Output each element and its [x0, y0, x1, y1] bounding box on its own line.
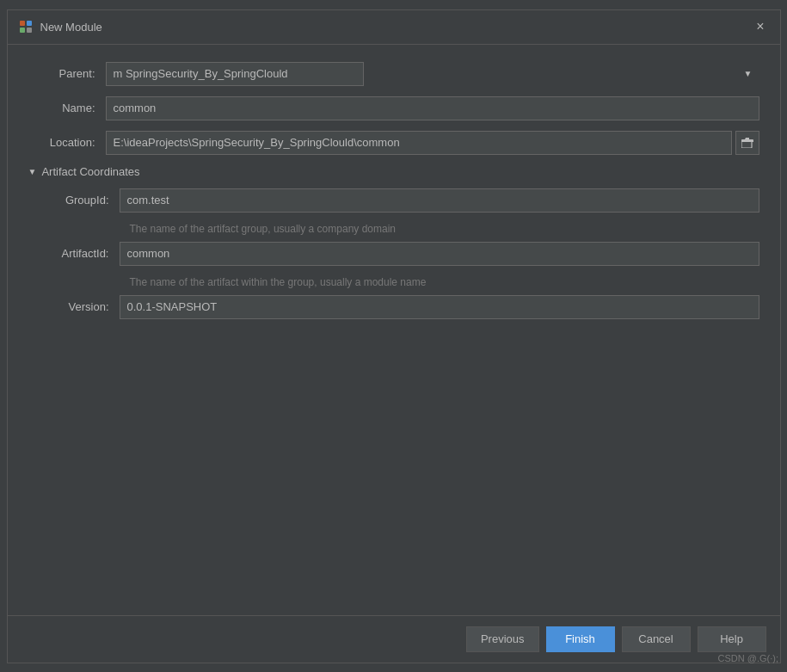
finish-button[interactable]: Finish [546, 626, 615, 652]
dialog-footer: Previous Finish Cancel Help [8, 615, 780, 663]
groupid-input[interactable] [120, 188, 759, 213]
name-control [106, 96, 759, 120]
location-label: Location: [28, 136, 106, 149]
location-row-inner [106, 131, 759, 155]
cancel-button[interactable]: Cancel [622, 626, 691, 652]
version-row: Version: [42, 295, 759, 319]
groupid-control [120, 188, 759, 213]
dialog-content: Parent: m SpringSecurity_By_SpringClould… [8, 45, 780, 615]
close-button[interactable]: × [751, 18, 769, 35]
name-row: Name: [28, 96, 759, 120]
previous-button[interactable]: Previous [466, 626, 539, 652]
artifactid-input[interactable] [120, 242, 759, 266]
artifact-section-content: GroupId: The name of the artifact group,… [42, 188, 759, 319]
watermark-text: CSDN @.G(·); [718, 653, 778, 663]
artifact-section-title: Artifact Coordinates [41, 165, 139, 178]
svg-rect-2 [20, 28, 25, 33]
collapse-arrow-icon[interactable]: ▼ [28, 167, 37, 176]
artifact-section-header: ▼ Artifact Coordinates [28, 165, 759, 178]
dialog-title: New Module [40, 21, 102, 34]
version-label: Version: [42, 300, 120, 313]
name-input[interactable] [106, 96, 759, 120]
version-input[interactable] [120, 295, 759, 319]
chevron-down-icon: ▼ [744, 69, 753, 78]
artifactid-row: ArtifactId: [42, 242, 759, 266]
parent-label: Parent: [28, 67, 106, 80]
groupid-help-text: The name of the artifact group, usually … [130, 223, 759, 235]
svg-rect-1 [27, 21, 32, 26]
artifactid-control [120, 242, 759, 266]
name-label: Name: [28, 102, 106, 114]
title-bar: New Module × [8, 10, 780, 45]
location-control [106, 131, 759, 155]
module-icon [18, 19, 34, 34]
parent-control: m SpringSecurity_By_SpringClould ▼ [106, 62, 759, 86]
parent-row: Parent: m SpringSecurity_By_SpringClould… [28, 62, 759, 86]
groupid-row: GroupId: [42, 188, 759, 213]
artifactid-label: ArtifactId: [42, 247, 120, 260]
location-input[interactable] [106, 131, 732, 155]
artifactid-help-text: The name of the artifact within the grou… [130, 276, 759, 288]
version-control [120, 295, 759, 319]
browse-button[interactable] [735, 131, 759, 155]
parent-dropdown[interactable]: m SpringSecurity_By_SpringClould [106, 62, 364, 86]
title-left: New Module [18, 19, 102, 34]
help-button[interactable]: Help [698, 626, 766, 652]
new-module-dialog: New Module × Parent: m SpringSecurity_By… [7, 9, 781, 663]
svg-rect-3 [27, 28, 32, 33]
groupid-label: GroupId: [42, 194, 120, 207]
parent-dropdown-container: m SpringSecurity_By_SpringClould ▼ [106, 62, 759, 86]
svg-rect-0 [20, 21, 25, 26]
location-row: Location: [28, 131, 759, 155]
